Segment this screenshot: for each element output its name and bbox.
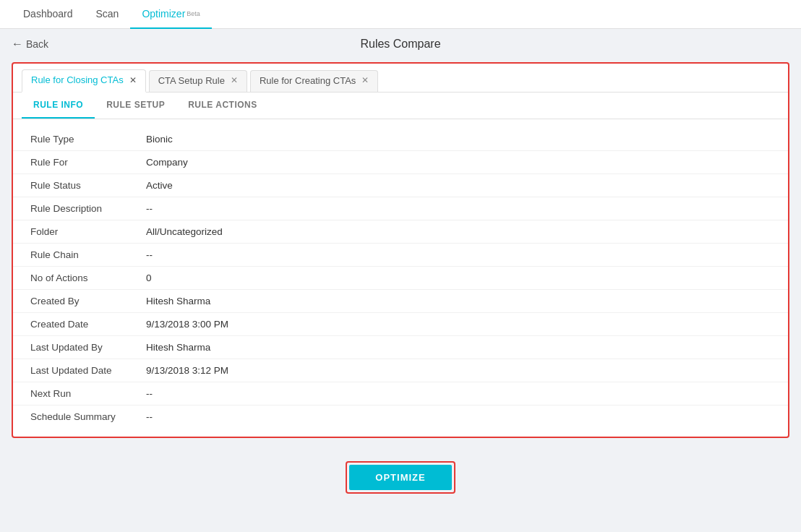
sub-tabs-row: RULE INFO RULE SETUP RULE ACTIONS: [13, 93, 788, 119]
nav-tab-scan[interactable]: Scan: [85, 0, 131, 29]
sub-tab-1-label: RULE SETUP: [106, 100, 165, 110]
rule-info-value-7: Hitesh Sharma: [146, 296, 210, 306]
rule-info-value-8: 9/13/2018 3:00 PM: [146, 319, 228, 330]
rule-info-value-2: Active: [146, 180, 173, 191]
rule-tab-2[interactable]: Rule for Creating CTAs ✕: [250, 70, 378, 92]
optimize-button-wrapper: OPTIMIZE: [346, 461, 455, 494]
rule-info-value-1: Company: [146, 157, 188, 168]
nav-tab-optimizer[interactable]: OptimizerBeta: [130, 0, 211, 29]
sub-tab-rule-info[interactable]: RULE INFO: [22, 93, 95, 119]
rule-tab-0[interactable]: Rule for Closing CTAs ✕: [22, 69, 146, 93]
rule-tab-0-label: Rule for Closing CTAs: [31, 74, 124, 85]
beta-badge: Beta: [187, 10, 200, 17]
back-arrow-icon: ←: [12, 38, 23, 51]
rule-tabs-row: Rule for Closing CTAs ✕ CTA Setup Rule ✕…: [13, 64, 788, 93]
rule-info-row-5: Rule Chain--: [13, 244, 788, 267]
rule-info-value-4: All/Uncategorized: [146, 226, 223, 237]
rule-info-row-0: Rule TypeBionic: [13, 128, 788, 151]
rule-info-row-3: Rule Description--: [13, 197, 788, 220]
dashboard-label: Dashboard: [23, 8, 73, 20]
rule-info-label-3: Rule Description: [30, 203, 146, 214]
rule-info-label-2: Rule Status: [30, 180, 146, 191]
rule-info-label-9: Last Updated By: [30, 342, 146, 353]
rule-info-row-8: Created Date9/13/2018 3:00 PM: [13, 313, 788, 336]
bottom-area: OPTIMIZE: [12, 450, 789, 505]
rule-info-label-1: Rule For: [30, 157, 146, 168]
rule-info-row-9: Last Updated ByHitesh Sharma: [13, 336, 788, 359]
rule-info-row-12: Schedule Summary--: [13, 406, 788, 428]
rule-info-row-1: Rule ForCompany: [13, 151, 788, 174]
sub-tab-rule-actions[interactable]: RULE ACTIONS: [176, 93, 269, 119]
rule-info-label-12: Schedule Summary: [30, 411, 146, 422]
rule-info-value-10: 9/13/2018 3:12 PM: [146, 365, 228, 376]
optimize-button[interactable]: OPTIMIZE: [349, 465, 451, 490]
scan-label: Scan: [96, 8, 119, 20]
main-area: Rule for Closing CTAs ✕ CTA Setup Rule ✕…: [0, 56, 801, 517]
page-title: Rules Compare: [360, 38, 440, 51]
rule-info-value-12: --: [146, 411, 153, 422]
rule-info-value-0: Bionic: [146, 134, 173, 145]
rule-info-label-11: Next Run: [30, 388, 146, 399]
rule-tab-2-label: Rule for Creating CTAs: [260, 75, 356, 86]
rule-info-value-5: --: [146, 249, 153, 260]
rule-info-row-2: Rule StatusActive: [13, 174, 788, 197]
rule-info-label-8: Created Date: [30, 319, 146, 330]
rule-info-label-5: Rule Chain: [30, 249, 146, 260]
rule-info-row-4: FolderAll/Uncategorized: [13, 220, 788, 244]
sub-tab-2-label: RULE ACTIONS: [188, 100, 257, 110]
top-navigation: Dashboard Scan OptimizerBeta: [0, 0, 801, 29]
nav-tab-dashboard[interactable]: Dashboard: [12, 0, 85, 29]
rules-panel: Rule for Closing CTAs ✕ CTA Setup Rule ✕…: [12, 62, 789, 438]
rule-info-label-0: Rule Type: [30, 134, 146, 145]
rule-info-value-6: 0: [146, 273, 152, 283]
rule-info-label-4: Folder: [30, 226, 146, 237]
page-header: ← Back Rules Compare: [0, 29, 801, 56]
rule-tab-0-close[interactable]: ✕: [129, 75, 137, 85]
rule-info-label-10: Last Updated Date: [30, 365, 146, 376]
rule-tab-1-close[interactable]: ✕: [231, 75, 238, 85]
rule-tab-1-label: CTA Setup Rule: [158, 75, 225, 86]
optimizer-label: Optimizer: [142, 8, 185, 20]
rule-tab-1[interactable]: CTA Setup Rule ✕: [149, 70, 247, 92]
rule-info-row-7: Created ByHitesh Sharma: [13, 290, 788, 313]
back-link[interactable]: ← Back: [12, 38, 48, 51]
sub-tab-rule-setup[interactable]: RULE SETUP: [95, 93, 176, 119]
rule-tab-2-close[interactable]: ✕: [361, 75, 369, 85]
rule-info-label-7: Created By: [30, 296, 146, 306]
rule-info-value-11: --: [146, 388, 153, 399]
sub-tab-0-label: RULE INFO: [33, 100, 83, 110]
rule-info-row-6: No of Actions0: [13, 267, 788, 290]
back-label: Back: [26, 38, 48, 50]
rule-info-row-11: Next Run--: [13, 382, 788, 406]
rule-info-value-3: --: [146, 203, 153, 214]
rule-info-content: Rule TypeBionicRule ForCompanyRule Statu…: [13, 119, 788, 437]
rule-info-row-10: Last Updated Date9/13/2018 3:12 PM: [13, 359, 788, 382]
rule-info-value-9: Hitesh Sharma: [146, 342, 210, 353]
rule-info-label-6: No of Actions: [30, 273, 146, 283]
